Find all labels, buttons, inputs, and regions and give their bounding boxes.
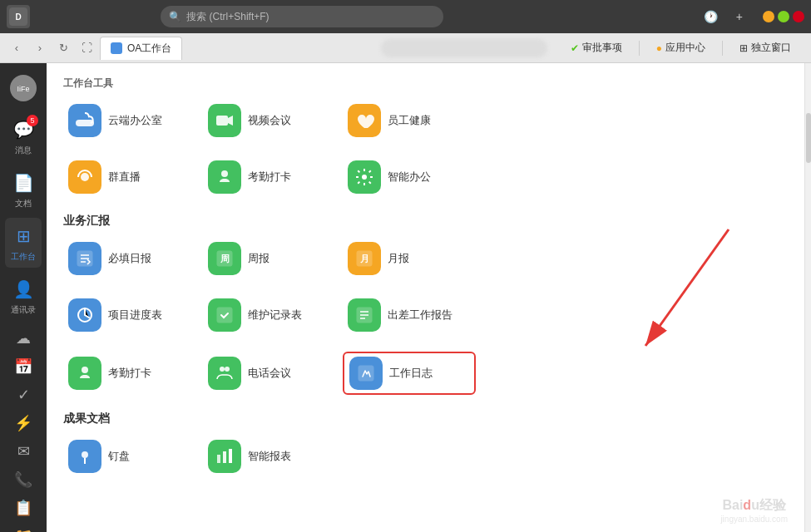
- svg-text:月: 月: [360, 254, 369, 264]
- sidebar-workbench-label: 工作台: [11, 251, 36, 263]
- approval-label: 审批事项: [582, 41, 622, 55]
- forward-btn[interactable]: ›: [30, 38, 50, 58]
- app-center-label: 应用中心: [665, 41, 705, 55]
- independent-window-btn[interactable]: ⊞ 独立窗口: [733, 38, 798, 57]
- daily-report-name: 必填日报: [108, 251, 151, 266]
- report-row1-grid: 必填日报 周 周报 月 月报: [63, 239, 788, 278]
- maintenance-record-name: 维护记录表: [248, 308, 302, 323]
- daily-report-icon: [68, 242, 101, 275]
- svg-rect-17: [217, 308, 232, 323]
- app-business-trip[interactable]: 出差工作报告: [343, 295, 476, 335]
- sidebar-lightning-btn[interactable]: ⚡: [5, 409, 42, 437]
- check-icon: ✔: [571, 42, 579, 54]
- sidebar-mail-btn[interactable]: ✉: [5, 437, 42, 466]
- sidebar-docs-label: 文档: [15, 198, 32, 209]
- svg-rect-29: [229, 449, 232, 463]
- app-logo: D: [7, 5, 30, 28]
- back-btn[interactable]: ‹: [7, 38, 27, 58]
- content-area: 工作台工具 云端办公室 视频会议 员工健康: [47, 63, 804, 532]
- sidebar-item-messages[interactable]: 💬 5 消息: [5, 111, 42, 161]
- app-nail[interactable]: 钉盘: [63, 436, 196, 476]
- close-btn[interactable]: ✕: [793, 11, 804, 22]
- sidebar-bottom: ☁ 📅 ✓ ⚡ ✉ 📞 📋 📁 ···: [5, 324, 42, 532]
- app-smart-office[interactable]: 智能办公: [343, 157, 476, 197]
- svg-rect-28: [223, 451, 226, 463]
- app-weekly-report[interactable]: 周 周报: [203, 239, 336, 278]
- app-attendance[interactable]: 考勤打卡: [203, 157, 336, 197]
- app-video-meeting[interactable]: 视频会议: [203, 101, 336, 140]
- baidu-watermark: Baidu经验 jingyan.baidu.com: [720, 497, 788, 524]
- cloud-office-name: 云端办公室: [108, 113, 162, 128]
- app-project-progress[interactable]: 项目进度表: [63, 295, 196, 335]
- svg-point-24: [225, 367, 230, 372]
- collab-tools-grid: 云端办公室 视频会议 员工健康: [63, 101, 788, 140]
- tools-row2-grid: 群直播 考勤打卡 智能办公: [63, 157, 788, 197]
- app-maintenance-record[interactable]: 维护记录表: [203, 295, 336, 335]
- sidebar-clipboard-btn[interactable]: 📋: [5, 494, 42, 522]
- search-placeholder: 搜索 (Ctrl+Shift+F): [186, 10, 269, 24]
- main-layout: IiFe 💬 5 消息 📄 文档 ⊞ 工作台: [0, 63, 811, 532]
- tab-label: OA工作台: [127, 42, 171, 56]
- app-cloud-office[interactable]: 云端办公室: [63, 101, 196, 140]
- attendance-name: 考勤打卡: [248, 170, 291, 185]
- app-attendance2[interactable]: 考勤打卡: [63, 352, 196, 395]
- business-trip-name: 出差工作报告: [388, 308, 452, 323]
- search-bar[interactable]: 🔍 搜索 (Ctrl+Shift+F): [161, 6, 443, 27]
- app-smart-report[interactable]: 智能报表: [203, 436, 336, 476]
- sidebar-folder-btn[interactable]: 📁: [5, 522, 42, 532]
- approval-btn[interactable]: ✔ 审批事项: [564, 38, 629, 57]
- phone-meeting-icon: [208, 357, 241, 390]
- business-trip-icon: [348, 298, 381, 332]
- window-buttons: — □ ✕: [763, 11, 804, 22]
- refresh-btn[interactable]: ↻: [53, 38, 73, 58]
- sidebar-phone-btn[interactable]: 📞: [5, 466, 42, 494]
- cloud-office-icon: [68, 104, 101, 137]
- sidebar-messages-label: 消息: [15, 145, 32, 156]
- history-btn[interactable]: 🕐: [699, 10, 723, 23]
- tab-bar: ‹ › ↻ ⛶ OA工作台 ✔ 审批事项 ● 应用中心 ⊞ 独立窗口: [0, 33, 811, 63]
- maximize-btn[interactable]: □: [778, 11, 789, 22]
- app-monthly-report[interactable]: 月 月报: [343, 239, 476, 278]
- title-bar: D 🔍 搜索 (Ctrl+Shift+F) 🕐 + — □ ✕: [0, 0, 811, 33]
- sidebar-calendar-btn[interactable]: 📅: [5, 352, 42, 381]
- minimize-btn[interactable]: —: [763, 11, 774, 22]
- app-live[interactable]: 群直播: [63, 157, 196, 197]
- sidebar-item-docs[interactable]: 📄 文档: [5, 165, 42, 214]
- attendance2-icon: [68, 357, 101, 390]
- fullscreen-btn[interactable]: ⛶: [77, 38, 96, 58]
- attendance2-name: 考勤打卡: [108, 366, 151, 381]
- right-scrollbar[interactable]: [804, 63, 811, 532]
- weekly-report-icon: 周: [208, 242, 241, 275]
- app-center-btn[interactable]: ● 应用中心: [650, 38, 712, 57]
- video-meeting-icon: [208, 104, 241, 137]
- sidebar-item-contacts[interactable]: 👤 通讯录: [5, 271, 42, 321]
- svg-point-6: [221, 170, 228, 177]
- report-row3-grid: 考勤打卡 电话会议 工作日志: [63, 352, 788, 395]
- top-right-actions: ✔ 审批事项 ● 应用中心 ⊞ 独立窗口: [557, 38, 804, 57]
- app-daily-report[interactable]: 必填日报: [63, 239, 196, 278]
- add-tab-btn[interactable]: +: [731, 10, 748, 23]
- video-meeting-name: 视频会议: [248, 113, 291, 128]
- monthly-report-icon: 月: [348, 242, 381, 275]
- title-bar-right: 🕐 + — □ ✕: [699, 10, 804, 23]
- search-icon: 🔍: [169, 11, 181, 22]
- app-health[interactable]: 员工健康: [343, 101, 476, 140]
- sidebar-avatar[interactable]: IiFe: [5, 70, 42, 108]
- oa-workbench-tab[interactable]: OA工作台: [100, 37, 182, 60]
- work-diary-name: 工作日志: [389, 366, 433, 381]
- svg-rect-27: [217, 455, 220, 463]
- phone-meeting-name: 电话会议: [248, 366, 291, 381]
- sidebar-item-workbench[interactable]: ⊞ 工作台: [5, 218, 42, 268]
- project-progress-name: 项目进度表: [108, 308, 162, 323]
- svg-rect-4: [216, 116, 228, 126]
- sidebar-cloud-btn[interactable]: ☁: [5, 324, 42, 352]
- sidebar-check-btn[interactable]: ✓: [5, 381, 42, 409]
- app-work-diary[interactable]: 工作日志: [343, 352, 476, 395]
- independent-window-label: 独立窗口: [751, 41, 791, 55]
- maintenance-record-icon: [208, 298, 241, 332]
- sidebar: IiFe 💬 5 消息 📄 文档 ⊞ 工作台: [0, 63, 47, 532]
- apps-icon: ●: [656, 42, 662, 54]
- svg-point-26: [82, 451, 88, 458]
- app-phone-meeting[interactable]: 电话会议: [203, 352, 336, 395]
- weekly-report-name: 周报: [248, 251, 270, 266]
